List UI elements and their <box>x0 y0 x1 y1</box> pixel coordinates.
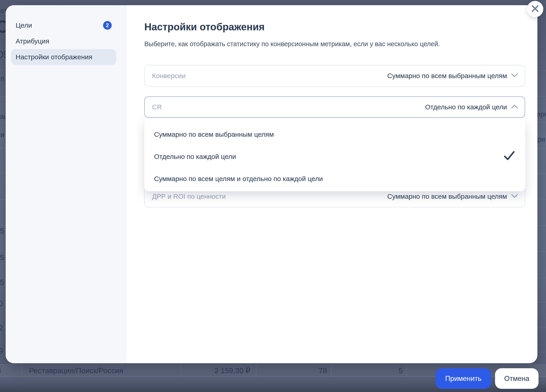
chevron-down-icon <box>511 194 518 199</box>
chevron-down-icon <box>511 73 518 79</box>
sidebar-item-attribution[interactable]: Атрибуция <box>11 33 116 49</box>
bg-conversions-value: 5 <box>398 365 403 377</box>
field-label: CR <box>152 103 162 111</box>
bg-campaign-name: Реставрация/Поиск/Россия <box>29 365 123 377</box>
option-sum-all-goals[interactable]: Суммарно по всем выбранным целям <box>144 123 525 145</box>
option-label: Суммарно по всем выбранным целям <box>154 131 274 138</box>
bg-number-fragment: 5 <box>0 253 4 262</box>
field-label: Конверсии <box>152 72 186 80</box>
cancel-button[interactable]: Отмена <box>495 368 539 389</box>
bg-text-fragment: ерн <box>536 110 546 118</box>
goals-count-badge: 2 <box>103 21 112 30</box>
bg-number-fragment: 5 <box>0 278 4 287</box>
sidebar-item-label: Настройки отображения <box>16 53 92 61</box>
dialog-sidebar: Цели 2 Атрибуция Настройки отображения <box>6 5 126 363</box>
bg-cost-value: 2 159,30 ₽ <box>214 365 250 377</box>
cr-options-menu: Суммарно по всем выбранным целям Отдельн… <box>144 119 525 191</box>
bg-text-fragment: и <box>0 131 4 139</box>
bg-number-fragment: 2 <box>0 324 3 332</box>
option-label: Суммарно по всем целям и отдельно по каж… <box>154 175 323 183</box>
bg-text-fragment: п <box>0 75 4 83</box>
sidebar-item-goals[interactable]: Цели 2 <box>11 17 116 33</box>
field-value: Суммарно по всем выбранным целям <box>387 193 507 200</box>
field-value: Суммарно по всем выбранным целям <box>387 72 507 80</box>
bg-number-fragment: 0 <box>0 299 3 308</box>
cr-select[interactable]: CR Отдельно по каждой цели <box>144 96 525 118</box>
sidebar-item-label: Цели <box>16 21 32 29</box>
field-value: Отдельно по каждой цели <box>425 103 507 111</box>
option-sum-and-each[interactable]: Суммарно по всем целям и отдельно по каж… <box>144 168 525 190</box>
apply-button[interactable]: Применить <box>436 368 491 389</box>
field-label: ДРР и ROI по ценности <box>152 193 226 200</box>
option-label: Отдельно по каждой цели <box>154 153 236 160</box>
checkmark-icon <box>504 151 515 163</box>
sidebar-item-label: Атрибуция <box>16 37 49 45</box>
close-button[interactable] <box>527 1 543 17</box>
bg-number-fragment: 9 <box>0 347 3 355</box>
bg-clicks-value: 78 <box>318 365 327 377</box>
page-subtitle: Выберите, как отображать статистику по к… <box>144 40 440 48</box>
bg-row-number: 8 <box>0 365 1 377</box>
sidebar-item-display-settings[interactable]: Настройки отображения <box>11 49 116 65</box>
page-title: Настройки отображения <box>144 21 265 33</box>
option-each-goal[interactable]: Отдельно по каждой цели <box>144 145 525 168</box>
bg-number-fragment: 5 <box>0 227 4 235</box>
close-icon <box>531 5 539 13</box>
bg-text-fragment: ри <box>537 135 545 144</box>
conversions-select[interactable]: Конверсии Суммарно по всем выбранным цел… <box>144 65 525 87</box>
chevron-up-icon <box>511 104 518 110</box>
